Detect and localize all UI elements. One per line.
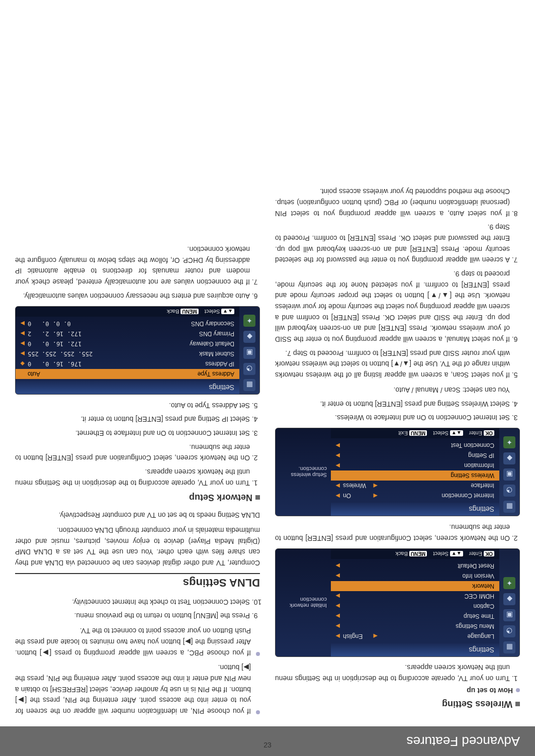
osd-icon-sound: ◔ [243, 363, 255, 375]
osd-icon-settings: ✦ [503, 436, 515, 448]
osd-icon-picture: ▦ [503, 501, 515, 513]
network-steps-6-7: Auto acquires and enters the necessary c… [15, 243, 260, 301]
left-column: Wireless Setting How to set up Turn on y… [275, 183, 520, 717]
osd-icon-app: ◆ [503, 452, 515, 464]
osd-icon-sound: ◔ [503, 625, 515, 637]
osd-row[interactable]: Address Type◀Auto▶ [16, 369, 239, 379]
osd2-title: Settings [331, 503, 499, 516]
wireless-steps-9-10: Press the [MENU] button to return to the… [15, 596, 260, 621]
nstep-7: If the connection values are not automat… [15, 243, 250, 287]
osd-row[interactable]: Default Gateway172. 16. 0.0▶ [16, 339, 239, 349]
dlna-para-1: Computer, TV and other digital devices c… [15, 524, 260, 568]
osd-row[interactable]: Language◀English▶ [331, 631, 499, 641]
osd-row[interactable]: Wireless Setting▶ [331, 470, 499, 481]
osd-foot-item: ▲▼Select [433, 430, 463, 436]
osd-row[interactable]: Version Info▶ [331, 571, 499, 581]
wireless-setting-title: Wireless Setting [275, 699, 520, 709]
dlna-settings-title: DLNA Settings [15, 573, 260, 589]
osd2-footer: OKEnter▲▼SelectMENUExit [331, 428, 499, 438]
osd-foot-item: MENUBack [395, 551, 427, 557]
nstep-5: Set Address Type to Auto. [15, 400, 250, 411]
osd3-footer: ▲▼SelectMENUBack [16, 307, 239, 317]
osd-row[interactable]: Connection Test▶ [331, 440, 499, 450]
osd-row[interactable]: Menu Settings▶ [331, 621, 499, 631]
osd-icon-settings: ✦ [243, 315, 255, 327]
osd-foot-item: OKEnter [469, 430, 494, 436]
network-setup-title: Network Setup [15, 492, 260, 503]
wireless-step-2: On the Network screen, select Configurat… [275, 521, 520, 543]
osd-foot-item: MENUBack [167, 309, 199, 315]
wireless-steps-1-2: Turn on your TV, operate according to th… [275, 662, 520, 684]
step-1: Turn on your TV, operate according to th… [275, 662, 510, 684]
osd-row[interactable]: Subnet Mask255. 255. 255.255▶ [16, 349, 239, 359]
osd-foot-item: ▲▼Select [433, 551, 463, 557]
osd-row[interactable]: IP Setting▶ [331, 450, 499, 460]
osd-row[interactable]: Network▶ [331, 581, 499, 591]
step-2: On the Network screen, select Configurat… [275, 521, 510, 543]
osd-settings-main: ▦ ◔ ▣ ◆ ✦ Settings Language◀English▶Menu… [275, 548, 520, 657]
osd-settings-network: ▦ ◔ ▣ ◆ ✦ Settings Internet Connection◀O… [275, 428, 520, 516]
osd-row[interactable]: Interface◀Wireless▶ [331, 481, 499, 491]
osd-row[interactable]: IP Address176. 16. 0.0◆ [16, 359, 239, 369]
osd-icon-app: ◆ [503, 593, 515, 605]
step-8: If you select Auto, a screen will appear… [275, 186, 510, 219]
osd-row[interactable]: Caption▶ [331, 601, 499, 611]
page-number: 23 [0, 741, 535, 749]
osd-foot-item: ▲▼Select [205, 309, 234, 315]
osd-row[interactable]: Primary DNS172. 16. 2.2▶ [16, 329, 239, 339]
osd-icon-settings: ✦ [503, 577, 515, 589]
pbc-note: If you choose PBC, a screen will appear … [15, 625, 260, 658]
osd2-hint: Setup wireless connection. [276, 462, 331, 482]
osd1-footer: OKEnter▲▼SelectMENUBack [331, 549, 499, 559]
osd-icon-picture: ▦ [243, 379, 255, 391]
osd-row[interactable]: Information▶ [331, 460, 499, 470]
dlna-para-2: DLNA Setting needs to be set on TV and c… [15, 510, 260, 521]
nstep-4: Select IP Setting and press [ENTER] butt… [15, 414, 250, 425]
osd-icon-channel: ▣ [243, 347, 255, 359]
osd-foot-item: MENUExit [399, 430, 427, 436]
osd-icon-picture: ▦ [503, 641, 515, 653]
how-to-setup-label: How to set up [275, 687, 520, 695]
osd-row[interactable]: HDMI CEC▶ [331, 591, 499, 601]
nstep-1: Turn on your TV, operate according to th… [15, 466, 250, 488]
step-9: Press the [MENU] button to return to the… [15, 610, 250, 621]
right-column: If you choose PIN, an identification num… [15, 183, 260, 717]
pin-note: If you choose PIN, an identification num… [15, 662, 260, 716]
osd1-hint: Initiate network connection [276, 593, 331, 613]
step-3: Set Internet Connection to On and Interf… [275, 412, 510, 423]
osd-row[interactable]: Time Setup▶ [331, 611, 499, 621]
osd-row[interactable]: Reset Default▶ [331, 561, 499, 571]
osd-ip-setting: ▦ ◔ ▣ ◆ ✦ Settings Address Type◀Auto▶IP … [15, 306, 260, 395]
wireless-steps-5-8: If you select Scan, a screen will appear… [275, 186, 520, 381]
nstep-3: Set Internet Connection to On and Interf… [15, 427, 250, 438]
osd1-title: Settings [331, 643, 499, 656]
step-7: A screen will appear prompting you to en… [275, 222, 510, 265]
osd-icon-channel: ▣ [503, 468, 515, 481]
osd-icon-sound: ◔ [503, 485, 515, 497]
osd-foot-item: OKEnter [469, 551, 494, 557]
page-body: Wireless Setting How to set up Turn on y… [0, 173, 535, 727]
step-5: If you select Scan, a screen will appear… [275, 347, 510, 380]
osd-icon-app: ◆ [243, 331, 255, 343]
wireless-steps-3-4: Set Internet Connection to On and Interf… [275, 398, 520, 423]
network-steps-1-5: Turn on your TV, operate according to th… [15, 400, 260, 488]
you-can-select: You can select: Scan / Manual / Auto. [275, 384, 520, 395]
nstep-2: On the Network screen, select Configurat… [15, 441, 250, 463]
osd-icon-channel: ▣ [503, 609, 515, 621]
osd-row[interactable]: Internet Connection◀On▶ [331, 491, 499, 501]
osd3-title: Settings [16, 381, 239, 394]
nstep-6: Auto acquires and enters the necessary c… [15, 290, 250, 301]
step-6: If you select Manual, a screen will appe… [275, 268, 510, 344]
osd-row[interactable]: Secondary DNS 0. 0. 0.0▶ [16, 319, 239, 329]
step-10: Select Connection Test to check the Inte… [15, 596, 250, 607]
step-4: Select Wireless Setting and press [ENTER… [275, 398, 510, 409]
